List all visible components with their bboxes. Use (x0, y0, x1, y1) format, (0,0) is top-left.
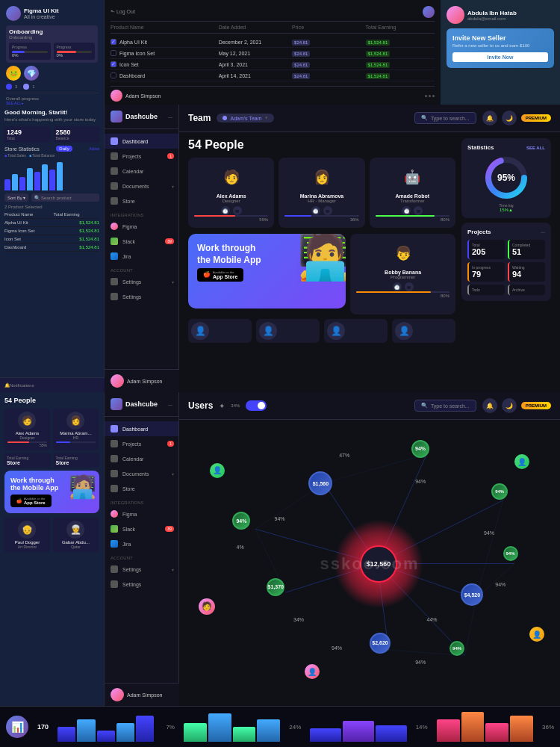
bot-sidebar-avatar (111, 688, 124, 701)
bot-nav-jira[interactable]: Jira (105, 536, 178, 551)
adam-name: Adam Simpson (125, 93, 161, 99)
mid-left-panel: Good Morning, Starlit! Here's what's hap… (0, 105, 105, 392)
bp-avatar-3: 👤 (327, 322, 345, 340)
mini-marina-avatar: 👩 (66, 412, 84, 430)
table-row: ✓Alpha UI Kit December 2, 2021 $24.81 $1… (111, 37, 435, 48)
svg-line-12 (324, 454, 427, 483)
logout-label[interactable]: ⬑ Log Out (111, 9, 135, 15)
alex-avatar: 🧑 (218, 164, 245, 190)
bot-nav-documents[interactable]: Documents ▾ (105, 466, 178, 481)
stat2-label: Balance (56, 136, 98, 140)
center-node: $12,560 (360, 545, 397, 583)
users-search-bar[interactable]: 🔍 Type to search... (414, 400, 476, 412)
svg-text:47%: 47% (339, 453, 349, 458)
onboarding-badge: Onboarding Onboarding Progress 0% Progre… (6, 25, 98, 63)
top-right-panel: Abdula Ibn Hatab abdula@email.com Invite… (441, 0, 560, 105)
users-add-icon[interactable]: ✦ (219, 402, 225, 410)
person-icon-check: ✉ (233, 206, 242, 215)
users-title: Users (188, 400, 213, 411)
sort-button[interactable]: Sort By ▾ (4, 193, 28, 202)
avatar-node-1: 🧑 (199, 598, 215, 615)
app-store-btn-small[interactable]: 🍎 Available on the App Store (10, 495, 52, 507)
bot-nav-dashboard[interactable]: Dashboard (105, 421, 178, 436)
bot-calendar-icon (111, 455, 118, 462)
bot-nav-calendar[interactable]: Calendar (105, 451, 178, 466)
svg-text:94%: 94% (484, 530, 494, 536)
top-middle-panel: ⬑ Log Out Product Name Date Added Price … (105, 0, 441, 105)
team-badge-dot (223, 116, 227, 120)
bot-figma-icon (111, 510, 118, 518)
sidebar-item-documents[interactable]: Documents ▾ (105, 179, 178, 193)
sidebar-item-dashboard[interactable]: Dashboard (105, 134, 178, 149)
bot-nav-settings1[interactable]: Settings ▾ (105, 562, 178, 577)
sidebar-item-calendar[interactable]: Calendar (105, 164, 178, 179)
node-6: 94% (411, 440, 429, 458)
stat1-num: 1249 (7, 128, 49, 136)
bot-nav-slack[interactable]: Slack 89 (105, 521, 178, 536)
vb-pct-3: 14% (410, 724, 434, 731)
bp-avatar-1: 👤 (191, 322, 209, 340)
alex-name: Alex Adams (194, 193, 268, 199)
sidebar-item-jira[interactable]: Jira (105, 249, 178, 264)
users-bell-icon[interactable]: 🔔 (482, 398, 497, 413)
sidebar-user: Adam Simpson (105, 369, 179, 392)
bot-nav-figma[interactable]: Figma (105, 506, 178, 521)
bot-settings2-icon (111, 580, 118, 588)
mini-table-row: Dashboard$1,524.81 (4, 244, 99, 252)
notifications-bar[interactable]: 🔔 Notifications (0, 377, 105, 392)
see-all-stats[interactable]: SEE ALL (526, 146, 545, 150)
bot-documents-icon (111, 470, 118, 477)
top-user-avatar (423, 6, 435, 18)
node-3: $2,620 (370, 633, 391, 654)
donut-percentage: 95% (497, 173, 515, 183)
onboarding-sub: Onboarding (9, 35, 95, 40)
bot-store-icon (111, 485, 118, 492)
toggle-knob (258, 402, 265, 409)
bot-nav-projects[interactable]: Projects 1 (105, 436, 178, 451)
sidebar-item-settings1[interactable]: Settings ▾ (105, 274, 178, 289)
toggle-switch[interactable] (246, 400, 267, 411)
vb-chart-4 (434, 712, 536, 742)
projects-menu[interactable]: ⋯ (541, 229, 545, 235)
search-product[interactable]: 🔍 Search product (31, 193, 99, 202)
bot-slack-icon (111, 525, 118, 533)
proj-archive: Archive (508, 285, 545, 295)
bot-left-panel: 54 People 🧑 Alex Adams Designer 55% 👩 Ma… (0, 392, 105, 706)
middle-section: Good Morning, Starlit! Here's what's hap… (0, 105, 560, 392)
team-search-bar[interactable]: 🔍 Type to search... (414, 112, 476, 124)
amade-avatar: 🤖 (399, 164, 426, 190)
greeting: Good Morning, Starlit! (4, 109, 99, 116)
kit-sub: All in creative (24, 14, 59, 19)
moon-icon[interactable]: 🌙 (502, 111, 517, 125)
sidebar-item-figma[interactable]: Figma (105, 219, 178, 234)
bot-dashboard-icon (111, 425, 118, 433)
invite-button[interactable]: Invite Now (452, 52, 548, 62)
th-product: Product Name (111, 25, 214, 30)
sidebar-item-store[interactable]: Store (105, 193, 178, 208)
app-store-button[interactable]: 🍎 Available on the App Store (197, 268, 243, 282)
bot-nav-store[interactable]: Store (105, 481, 178, 496)
person-card-marina: 👩 Marina Abramova HR - Manager 🕐 ✉ 36% (279, 158, 364, 228)
icon-go: 🐸 (6, 66, 21, 81)
dashboard-icon (111, 137, 118, 145)
bottom-person-1: 👤 (188, 319, 252, 343)
projects-icon (111, 152, 118, 160)
sidebar-item-slack[interactable]: Slack 89 (105, 234, 178, 249)
bot-nav-settings2[interactable]: Settings (105, 577, 178, 592)
sidebar-item-projects[interactable]: Projects 1 (105, 149, 178, 164)
promo-figure-small: 🧑‍💻 (69, 474, 96, 500)
bobby-name: Bobby Banana (356, 270, 449, 275)
table-row: Figma Icon Set May 12, 2021 $24.81 $1,52… (111, 48, 435, 59)
bell-icon[interactable]: 🔔 (482, 111, 497, 125)
center-glow: $12,560 (334, 519, 423, 609)
proj-inprogress: In progress 79 (467, 262, 505, 282)
bot-logo-icon (111, 398, 122, 410)
bottom-person-2: 👤 (256, 319, 320, 343)
users-moon-icon[interactable]: 🌙 (502, 398, 517, 413)
sidebar-item-settings2[interactable]: Settings (105, 289, 178, 304)
bottom-person-4: 👤 (392, 319, 455, 343)
active-badge: Active (89, 146, 99, 151)
users-filter-icon: 34% (231, 403, 240, 408)
proj-todo: Todo (467, 285, 505, 295)
seller-name: Abdula Ibn Hatab (467, 10, 517, 16)
